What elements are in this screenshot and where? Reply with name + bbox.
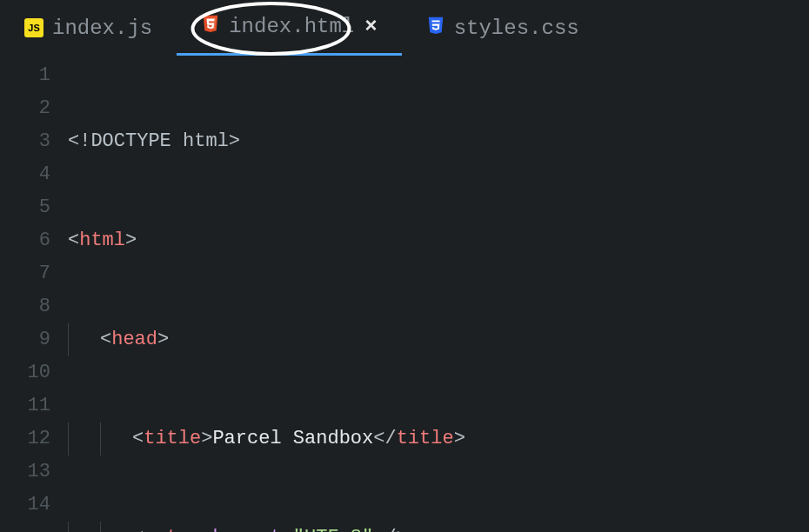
line-number: 10 xyxy=(0,356,50,389)
html-icon xyxy=(201,13,220,40)
line-number: 13 xyxy=(0,456,50,489)
line-number: 9 xyxy=(0,323,50,356)
close-icon[interactable]: × xyxy=(364,17,377,37)
tab-index-js[interactable]: JS index.js xyxy=(0,0,177,56)
tab-styles-css[interactable]: styles.css xyxy=(402,0,604,56)
code-line: <!DOCTYPE html> xyxy=(68,125,685,158)
code-line: <html> xyxy=(68,224,685,257)
line-number: 14 xyxy=(0,489,50,522)
css-icon xyxy=(426,15,445,42)
line-number: 7 xyxy=(0,257,50,290)
line-number: 8 xyxy=(0,290,50,323)
tab-label: index.js xyxy=(52,17,152,40)
tab-bar: JS index.js index.html × styles.css xyxy=(0,0,809,56)
code-line: <meta charset="UTF-8" /> xyxy=(68,522,685,532)
line-number: 4 xyxy=(0,158,50,191)
line-number-gutter: 1 2 3 4 5 6 7 8 9 10 11 12 13 14 xyxy=(0,56,68,532)
line-number: 12 xyxy=(0,422,50,456)
line-number: 6 xyxy=(0,224,50,257)
line-number: 5 xyxy=(0,191,50,224)
code-line: <head> xyxy=(68,323,685,356)
line-number: 1 xyxy=(0,59,50,92)
code-line: <title>Parcel Sandbox</title> xyxy=(68,422,685,456)
code-editor[interactable]: 1 2 3 4 5 6 7 8 9 10 11 12 13 14 <!DOCTY… xyxy=(0,56,809,532)
line-number: 11 xyxy=(0,389,50,422)
tab-label: index.html xyxy=(229,15,354,38)
line-number: 2 xyxy=(0,92,50,125)
tab-index-html[interactable]: index.html × xyxy=(177,0,401,56)
line-number: 3 xyxy=(0,125,50,158)
js-icon: JS xyxy=(24,18,43,37)
tab-label: styles.css xyxy=(454,17,579,40)
code-content[interactable]: <!DOCTYPE html> <html> <head> <title>Par… xyxy=(68,56,685,532)
